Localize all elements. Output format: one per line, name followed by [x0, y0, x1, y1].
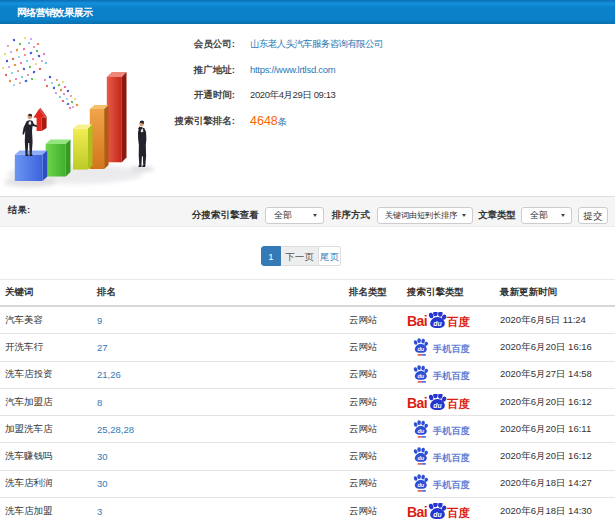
- svg-text:Bai: Bai: [407, 394, 427, 410]
- svg-text:手机百度: 手机百度: [432, 452, 471, 463]
- svg-text:手机百度: 手机百度: [432, 424, 471, 435]
- svg-text:百度: 百度: [446, 396, 470, 409]
- svg-text:du: du: [417, 373, 424, 379]
- svg-text:du: du: [417, 428, 424, 434]
- svg-text:du: du: [433, 401, 442, 408]
- svg-text:du: du: [417, 482, 424, 488]
- svg-text:百度: 百度: [446, 314, 470, 327]
- svg-text:du: du: [433, 511, 442, 518]
- svg-text:Bai: Bai: [407, 312, 427, 328]
- svg-text:Bai: Bai: [407, 504, 427, 520]
- svg-text:du: du: [433, 319, 442, 326]
- svg-text:手机百度: 手机百度: [432, 343, 471, 354]
- svg-text:du: du: [417, 346, 424, 352]
- svg-text:du: du: [417, 455, 424, 461]
- svg-text:手机百度: 手机百度: [432, 479, 471, 490]
- svg-text:手机百度: 手机百度: [432, 370, 471, 381]
- svg-text:百度: 百度: [446, 505, 470, 518]
